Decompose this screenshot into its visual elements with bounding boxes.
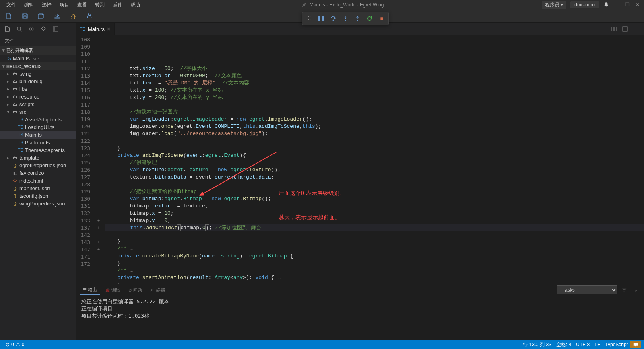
build-button[interactable] bbox=[52, 10, 63, 22]
menu-编辑[interactable]: 编辑 bbox=[21, 1, 37, 9]
file-LoadingUI.ts[interactable]: TSLoadingUI.ts bbox=[0, 123, 76, 131]
compare-icon[interactable] bbox=[609, 25, 618, 33]
menu-查看[interactable]: 查看 bbox=[74, 1, 90, 9]
split-icon[interactable] bbox=[621, 25, 630, 33]
file-index.html[interactable]: <>index.html bbox=[0, 177, 76, 185]
folder-resource[interactable]: ▸🗀resource bbox=[0, 93, 76, 101]
editor-tab-main[interactable]: TS Main.ts × bbox=[76, 23, 115, 35]
file-favicon.ico[interactable]: ◧favicon.ico bbox=[0, 169, 76, 177]
svg-point-4 bbox=[17, 27, 21, 30]
debug-toolbar[interactable]: ⠿ ❚❚ ■ bbox=[302, 12, 389, 25]
step-over-button[interactable] bbox=[329, 14, 338, 23]
folder-template[interactable]: ▸🗀template bbox=[0, 154, 76, 162]
maximize-button[interactable]: ❐ bbox=[624, 2, 630, 8]
step-into-button[interactable] bbox=[341, 14, 350, 23]
folder-src[interactable]: ▾🗀src bbox=[0, 108, 76, 116]
drag-handle-icon[interactable]: ⠿ bbox=[305, 14, 314, 23]
svg-rect-8 bbox=[611, 27, 613, 31]
debug-button[interactable] bbox=[68, 10, 79, 22]
folder-libs[interactable]: ▸🗀libs bbox=[0, 85, 76, 93]
run-button[interactable] bbox=[84, 10, 95, 22]
stop-button[interactable]: ■ bbox=[377, 14, 386, 23]
res-icon[interactable] bbox=[27, 24, 36, 34]
folder-scripts[interactable]: ▸🗀scripts bbox=[0, 101, 76, 108]
svg-point-6 bbox=[31, 28, 32, 30]
output-channel-select[interactable]: Tasks bbox=[557, 285, 617, 294]
restart-button[interactable] bbox=[365, 14, 374, 23]
status-encoding[interactable]: UTF-8 bbox=[574, 341, 592, 348]
svg-point-2 bbox=[345, 20, 346, 21]
file-manifest.json[interactable]: {}manifest.json bbox=[0, 185, 76, 192]
file-tsconfig.json[interactable]: {}tsconfig.json bbox=[0, 192, 76, 200]
bottom-panel: ☰输出🐞调试⊘问题>_终端 Tasks ⌄ 您正在使用白鹭编译器 5.2.22 … bbox=[76, 284, 644, 340]
more-icon[interactable]: ⋯ bbox=[632, 25, 641, 33]
svg-point-1 bbox=[333, 20, 334, 21]
panel-tab-终端[interactable]: >_终端 bbox=[147, 285, 168, 295]
close-tab-icon[interactable]: × bbox=[107, 26, 110, 32]
pause-button[interactable]: ❚❚ bbox=[317, 14, 326, 23]
menu-插件[interactable]: 插件 bbox=[109, 1, 126, 9]
filter-icon[interactable] bbox=[620, 285, 629, 294]
user-button[interactable]: dmc-nero bbox=[570, 1, 599, 8]
file-ThemeAdapter.ts[interactable]: TSThemeAdapter.ts bbox=[0, 146, 76, 154]
status-eol[interactable]: LF bbox=[592, 341, 603, 348]
step-out-button[interactable] bbox=[353, 14, 362, 23]
status-lang[interactable]: TypeScript bbox=[603, 341, 630, 348]
folder-bin-debug[interactable]: ▸🗀bin-debug bbox=[0, 78, 76, 85]
code-editor[interactable]: 1081091101111121131141151161171181191201… bbox=[76, 35, 644, 284]
save-all-button[interactable] bbox=[35, 10, 47, 22]
sidebar-title: 文件 bbox=[0, 35, 76, 46]
close-button[interactable]: ✕ bbox=[634, 2, 641, 8]
svg-rect-7 bbox=[53, 27, 58, 31]
explorer-icon[interactable] bbox=[2, 24, 12, 34]
output-body[interactable]: 您正在使用白鹭编译器 5.2.22 版本正在编译项目...项目共计编译耗时：1.… bbox=[76, 296, 644, 340]
ts-file-icon: TS bbox=[80, 26, 85, 32]
editor-area: TS Main.ts × ⋯ 1081091101111121131141151… bbox=[76, 23, 644, 340]
menu-选择[interactable]: 选择 bbox=[39, 1, 55, 9]
svg-point-3 bbox=[357, 20, 358, 21]
panel-tab-调试[interactable]: 🐞调试 bbox=[102, 285, 124, 295]
error-icon: ⊘ bbox=[6, 342, 10, 347]
feather-icon bbox=[301, 2, 307, 8]
panel-tab-输出[interactable]: ☰输出 bbox=[80, 285, 100, 295]
warning-icon: ⚠ bbox=[16, 342, 20, 347]
status-feedback-icon[interactable] bbox=[630, 341, 641, 348]
file-Platform.ts[interactable]: TSPlatform.ts bbox=[0, 139, 76, 146]
chevron-down-icon[interactable]: ⌄ bbox=[631, 285, 640, 294]
project-header[interactable]: HELLO_WORLD bbox=[0, 62, 76, 70]
file-AssetAdapter.ts[interactable]: TSAssetAdapter.ts bbox=[0, 116, 76, 123]
file-wingProperties.json[interactable]: {}wingProperties.json bbox=[0, 200, 76, 207]
open-editors-header[interactable]: 已打开编辑器 bbox=[0, 46, 76, 55]
layout-icon[interactable] bbox=[51, 24, 60, 34]
bell-icon[interactable] bbox=[603, 2, 609, 8]
file-Main.ts[interactable]: TSMain.ts bbox=[0, 131, 76, 139]
menu-bar: 文件编辑选择项目查看转到插件帮助 bbox=[3, 1, 143, 9]
menu-项目[interactable]: 项目 bbox=[56, 1, 72, 9]
search-icon[interactable] bbox=[14, 24, 24, 34]
menu-文件[interactable]: 文件 bbox=[3, 1, 19, 9]
file-egretProperties.json[interactable]: {}egretProperties.json bbox=[0, 162, 76, 169]
svg-rect-9 bbox=[614, 27, 616, 31]
title-bar: 文件编辑选择项目查看转到插件帮助 Main.ts - Hello_World -… bbox=[0, 0, 644, 10]
new-file-button[interactable] bbox=[3, 10, 14, 22]
scm-icon[interactable] bbox=[39, 24, 48, 34]
status-errors[interactable]: ⊘0 ⚠0 bbox=[3, 342, 27, 347]
role-dropdown[interactable]: 程序员 ▾ bbox=[542, 1, 566, 9]
sidebar: 文件 已打开编辑器 TSMain.tssrc HELLO_WORLD ▸🗀.wi… bbox=[0, 23, 76, 340]
status-bar: ⊘0 ⚠0 行 130, 列 33 空格: 4 UTF-8 LF TypeScr… bbox=[0, 340, 644, 349]
open-editor-item[interactable]: TSMain.tssrc bbox=[0, 55, 76, 62]
window-title: Main.ts - Hello_World - Egret Wing bbox=[143, 2, 542, 8]
folder-.wing[interactable]: ▸🗀.wing bbox=[0, 70, 76, 78]
menu-帮助[interactable]: 帮助 bbox=[127, 1, 143, 9]
activity-bar bbox=[0, 23, 76, 35]
minimize-button[interactable]: ─ bbox=[613, 2, 620, 8]
status-spaces[interactable]: 空格: 4 bbox=[554, 341, 574, 348]
panel-tab-问题[interactable]: ⊘问题 bbox=[125, 285, 145, 295]
menu-转到[interactable]: 转到 bbox=[92, 1, 108, 9]
save-button[interactable] bbox=[19, 10, 31, 22]
status-line-col[interactable]: 行 130, 列 33 bbox=[520, 341, 554, 348]
